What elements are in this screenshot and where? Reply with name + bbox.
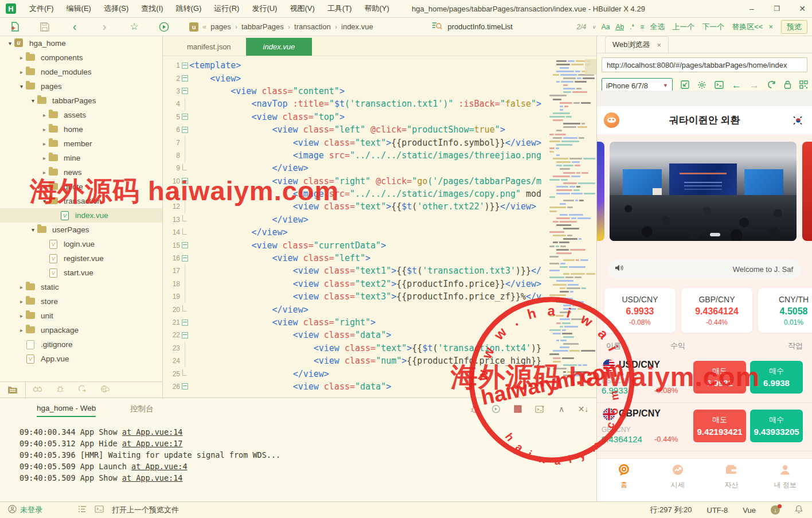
korea-flag-icon[interactable] xyxy=(791,114,805,127)
breadcrumb-collapse[interactable]: « xyxy=(202,22,206,31)
search-action-button[interactable]: 上一个 xyxy=(672,22,694,32)
close-button[interactable]: ✕ xyxy=(797,4,807,13)
web-panel-icon[interactable] xyxy=(100,385,110,395)
sell-button[interactable]: 매도6.9931 xyxy=(693,361,746,394)
tree-item-App-vue[interactable]: VApp.vue xyxy=(0,352,162,366)
console-terminal-icon[interactable] xyxy=(715,81,724,91)
fold-toggle-icon[interactable] xyxy=(180,111,189,123)
fold-toggle-icon[interactable] xyxy=(180,59,189,72)
chevron-right-icon[interactable]: ▸ xyxy=(40,126,49,133)
chevron-right-icon[interactable]: ▸ xyxy=(17,69,26,75)
chevron-right-icon[interactable]: ▸ xyxy=(17,284,26,290)
files-panel-tab[interactable] xyxy=(0,382,26,398)
fold-toggle-icon[interactable] xyxy=(180,316,189,329)
tabbar-item-item[interactable]: 자산 xyxy=(705,459,759,492)
code-editor[interactable]: manifest.jsonindex.vue 1<template>2 <vie… xyxy=(163,36,596,398)
sell-button[interactable]: 매도9.42193421 xyxy=(693,410,746,442)
breadcrumb-item[interactable]: tabbarPages xyxy=(241,22,284,31)
refresh-panel-icon[interactable] xyxy=(78,385,87,395)
chevron-down-icon[interactable]: ▾ xyxy=(29,227,37,233)
chevron-down-icon[interactable]: ▾ xyxy=(6,40,14,46)
tree-item-pages[interactable]: ▾pages xyxy=(0,79,162,94)
open-external-icon[interactable] xyxy=(681,80,689,91)
multiline-toggle[interactable]: ≡ xyxy=(640,23,644,31)
maximize-button[interactable]: ❒ xyxy=(772,5,782,13)
restart-icon[interactable] xyxy=(491,404,501,414)
log-link[interactable]: at App.vue:17 xyxy=(122,439,183,448)
tree-item-member[interactable]: ▸member xyxy=(0,137,162,151)
search-action-button[interactable]: 下一个 xyxy=(702,22,724,32)
fold-toggle-icon[interactable] xyxy=(180,175,189,188)
new-file-icon[interactable] xyxy=(9,21,21,33)
chevron-down-icon[interactable]: ▾ xyxy=(17,83,26,89)
tree-item-unit[interactable]: ▸unit xyxy=(0,309,162,323)
regex-toggle[interactable]: .* xyxy=(630,23,634,31)
log-link[interactable]: at App.vue:14 xyxy=(122,473,183,482)
minimap-viewport[interactable] xyxy=(585,59,596,75)
carousel-prev-slide[interactable] xyxy=(597,142,604,241)
tree-item-index-vue[interactable]: Vindex.vue xyxy=(0,208,162,223)
chevron-right-icon[interactable]: ▸ xyxy=(40,169,49,176)
whole-word-toggle[interactable]: Ab xyxy=(616,23,624,31)
tree-item-components[interactable]: ▸components xyxy=(0,50,162,65)
log-link[interactable]: at App.vue:14 xyxy=(122,427,183,437)
menu-item[interactable]: 查找(I) xyxy=(141,3,163,14)
terminal-status-icon[interactable] xyxy=(95,505,104,515)
tabbar-item-item[interactable]: 내 정보 xyxy=(758,459,812,492)
search-counter-caret-icon[interactable]: ∨ xyxy=(592,24,596,30)
fold-toggle-icon[interactable] xyxy=(180,239,189,251)
match-case-toggle[interactable]: Aa xyxy=(602,23,610,31)
chevron-down-icon[interactable]: ▾ xyxy=(29,98,37,104)
nav-back-icon[interactable]: ← xyxy=(732,80,741,91)
buy-button[interactable]: 매수9.43933205 xyxy=(750,410,803,442)
rate-card[interactable]: CNY/TH4.50580.01% xyxy=(758,288,812,333)
log-link[interactable]: at App.vue:4 xyxy=(131,462,188,471)
browser-tab[interactable]: Web浏览器 × xyxy=(605,36,669,53)
fold-toggle-icon[interactable] xyxy=(180,123,189,136)
minimap[interactable] xyxy=(546,59,595,398)
tree-item-news[interactable]: ▸news xyxy=(0,165,162,180)
minimize-button[interactable]: – xyxy=(747,4,757,13)
stop-icon[interactable] xyxy=(513,404,523,414)
banner-carousel[interactable] xyxy=(610,142,797,241)
fold-toggle-icon[interactable] xyxy=(180,252,189,264)
chevron-right-icon[interactable]: ▸ xyxy=(40,184,49,190)
fold-toggle-icon[interactable] xyxy=(180,380,189,393)
tree-item-unpackage[interactable]: ▸unpackage xyxy=(0,323,162,337)
refresh-icon[interactable] xyxy=(767,80,776,91)
menu-item[interactable]: 文件(F) xyxy=(29,3,54,14)
notice-marquee[interactable]: Welcome to J. Saf xyxy=(607,259,801,279)
menu-item[interactable]: 视图(V) xyxy=(290,3,314,14)
chevron-right-icon[interactable]: ▸ xyxy=(17,327,26,333)
editor-tab-index-vue[interactable]: index.vue xyxy=(246,38,313,56)
notification-bell-icon[interactable] xyxy=(795,505,803,515)
fold-toggle-icon[interactable] xyxy=(180,329,189,341)
chevron-right-icon[interactable]: ▸ xyxy=(17,54,26,61)
tree-item-start-vue[interactable]: Vstart.vue xyxy=(0,266,162,280)
debug-panel-icon[interactable] xyxy=(56,385,64,395)
search-action-button[interactable]: 全选 xyxy=(650,22,665,32)
cursor-position[interactable]: 行:297 列:20 xyxy=(650,505,692,515)
tree-item--gitignore[interactable]: .gitignore xyxy=(0,337,162,352)
tree-item-static[interactable]: ▸static xyxy=(0,280,162,294)
chevron-down-icon[interactable]: ▾ xyxy=(40,198,49,204)
qr-code-icon[interactable] xyxy=(799,80,808,91)
menu-item[interactable]: 编辑(E) xyxy=(67,3,91,14)
editor-tab-manifest-json[interactable]: manifest.json xyxy=(172,38,246,56)
tree-item-node_modules[interactable]: ▸node_modules xyxy=(0,65,162,79)
settings-gear-icon[interactable] xyxy=(697,80,706,91)
search-close-icon[interactable]: × xyxy=(768,22,773,31)
buy-button[interactable]: 매수6.9938 xyxy=(750,361,803,394)
menu-item[interactable]: 跳转(G) xyxy=(176,3,202,14)
tabbar-item-home-active[interactable]: 홈 xyxy=(597,459,651,492)
collapse-panel-icon[interactable]: ∧ xyxy=(556,404,567,414)
nav-forward-icon[interactable]: → xyxy=(749,80,759,91)
browser-tab-close-icon[interactable]: × xyxy=(657,41,662,49)
chevron-right-icon[interactable]: ▸ xyxy=(40,141,49,147)
fold-toggle-icon[interactable] xyxy=(180,72,189,84)
back-icon[interactable]: ‹ xyxy=(69,21,80,33)
chevron-right-icon[interactable]: ▸ xyxy=(17,298,26,305)
tree-item-assets[interactable]: ▸assets xyxy=(0,108,162,122)
chevron-right-icon[interactable]: ▸ xyxy=(40,112,49,118)
tree-item-hga_home[interactable]: ▾uhga_home xyxy=(0,36,162,50)
